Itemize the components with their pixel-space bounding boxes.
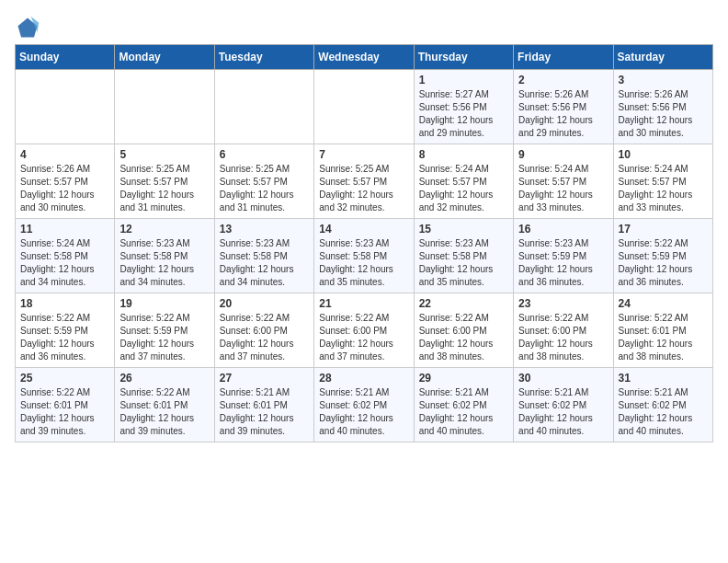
day-info: Sunrise: 5:27 AM Sunset: 5:56 PM Dayligh… [419, 88, 508, 140]
col-header-saturday: Saturday [613, 45, 712, 70]
day-number: 23 [518, 297, 608, 310]
col-header-wednesday: Wednesday [314, 45, 414, 70]
day-cell: 28Sunrise: 5:21 AM Sunset: 6:02 PM Dayli… [314, 368, 414, 442]
day-cell: 2Sunrise: 5:26 AM Sunset: 5:56 PM Daylig… [514, 70, 613, 144]
day-cell: 20Sunrise: 5:22 AM Sunset: 6:00 PM Dayli… [214, 293, 313, 368]
col-header-tuesday: Tuesday [214, 45, 313, 70]
calendar-table: SundayMondayTuesdayWednesdayThursdayFrid… [15, 44, 713, 442]
day-info: Sunrise: 5:25 AM Sunset: 5:57 PM Dayligh… [319, 163, 408, 214]
day-number: 31 [619, 372, 708, 385]
day-info: Sunrise: 5:23 AM Sunset: 5:59 PM Dayligh… [518, 237, 608, 289]
day-number: 4 [20, 148, 109, 161]
day-info: Sunrise: 5:25 AM Sunset: 5:57 PM Dayligh… [220, 163, 309, 214]
day-cell: 7Sunrise: 5:25 AM Sunset: 5:57 PM Daylig… [314, 144, 414, 219]
day-info: Sunrise: 5:21 AM Sunset: 6:02 PM Dayligh… [319, 386, 408, 438]
day-cell: 22Sunrise: 5:22 AM Sunset: 6:00 PM Dayli… [414, 293, 513, 368]
day-info: Sunrise: 5:24 AM Sunset: 5:58 PM Dayligh… [20, 237, 109, 289]
day-number: 17 [619, 223, 708, 236]
day-cell: 24Sunrise: 5:22 AM Sunset: 6:01 PM Dayli… [613, 293, 712, 368]
day-cell: 26Sunrise: 5:22 AM Sunset: 6:01 PM Dayli… [115, 368, 214, 442]
calendar-header-row: SundayMondayTuesdayWednesdayThursdayFrid… [16, 45, 713, 70]
day-info: Sunrise: 5:24 AM Sunset: 5:57 PM Dayligh… [518, 163, 608, 214]
day-info: Sunrise: 5:25 AM Sunset: 5:57 PM Dayligh… [119, 163, 209, 214]
logo-icon [15, 15, 40, 40]
day-info: Sunrise: 5:23 AM Sunset: 5:58 PM Dayligh… [119, 237, 209, 289]
day-number: 19 [119, 297, 209, 310]
day-cell [16, 70, 115, 144]
week-row-3: 11Sunrise: 5:24 AM Sunset: 5:58 PM Dayli… [16, 219, 713, 293]
day-cell: 29Sunrise: 5:21 AM Sunset: 6:02 PM Dayli… [414, 368, 513, 442]
day-number: 8 [419, 148, 508, 161]
day-cell: 18Sunrise: 5:22 AM Sunset: 5:59 PM Dayli… [16, 293, 115, 368]
day-cell [214, 70, 313, 144]
col-header-monday: Monday [115, 45, 214, 70]
day-cell: 3Sunrise: 5:26 AM Sunset: 5:56 PM Daylig… [613, 70, 712, 144]
day-info: Sunrise: 5:24 AM Sunset: 5:57 PM Dayligh… [619, 163, 708, 214]
day-info: Sunrise: 5:21 AM Sunset: 6:02 PM Dayligh… [419, 386, 508, 438]
day-cell: 13Sunrise: 5:23 AM Sunset: 5:58 PM Dayli… [214, 219, 313, 293]
day-cell: 21Sunrise: 5:22 AM Sunset: 6:00 PM Dayli… [314, 293, 414, 368]
day-info: Sunrise: 5:22 AM Sunset: 6:00 PM Dayligh… [220, 312, 309, 363]
day-number: 28 [319, 372, 408, 385]
day-number: 22 [419, 297, 508, 310]
day-number: 1 [419, 74, 508, 86]
day-number: 26 [119, 372, 209, 385]
day-info: Sunrise: 5:23 AM Sunset: 5:58 PM Dayligh… [319, 237, 408, 289]
day-number: 6 [220, 148, 309, 161]
day-info: Sunrise: 5:21 AM Sunset: 6:02 PM Dayligh… [619, 386, 708, 438]
day-info: Sunrise: 5:22 AM Sunset: 6:01 PM Dayligh… [20, 386, 109, 438]
day-info: Sunrise: 5:26 AM Sunset: 5:57 PM Dayligh… [20, 163, 109, 214]
day-info: Sunrise: 5:23 AM Sunset: 5:58 PM Dayligh… [220, 237, 309, 289]
day-number: 2 [518, 74, 608, 86]
day-cell: 27Sunrise: 5:21 AM Sunset: 6:01 PM Dayli… [214, 368, 313, 442]
day-number: 18 [20, 297, 109, 310]
week-row-1: 1Sunrise: 5:27 AM Sunset: 5:56 PM Daylig… [16, 70, 713, 144]
day-cell: 31Sunrise: 5:21 AM Sunset: 6:02 PM Dayli… [613, 368, 712, 442]
day-cell [314, 70, 414, 144]
day-number: 13 [220, 223, 309, 236]
day-number: 14 [319, 223, 408, 236]
day-info: Sunrise: 5:26 AM Sunset: 5:56 PM Dayligh… [619, 88, 708, 140]
week-row-5: 25Sunrise: 5:22 AM Sunset: 6:01 PM Dayli… [16, 368, 713, 442]
day-cell: 16Sunrise: 5:23 AM Sunset: 5:59 PM Dayli… [514, 219, 613, 293]
week-row-2: 4Sunrise: 5:26 AM Sunset: 5:57 PM Daylig… [16, 144, 713, 219]
day-info: Sunrise: 5:22 AM Sunset: 6:01 PM Dayligh… [619, 312, 708, 363]
day-info: Sunrise: 5:22 AM Sunset: 6:01 PM Dayligh… [119, 386, 209, 438]
day-info: Sunrise: 5:22 AM Sunset: 5:59 PM Dayligh… [119, 312, 209, 363]
day-number: 15 [419, 223, 508, 236]
day-cell: 8Sunrise: 5:24 AM Sunset: 5:57 PM Daylig… [414, 144, 513, 219]
day-cell: 9Sunrise: 5:24 AM Sunset: 5:57 PM Daylig… [514, 144, 613, 219]
day-info: Sunrise: 5:22 AM Sunset: 5:59 PM Dayligh… [20, 312, 109, 363]
day-number: 3 [619, 74, 708, 86]
day-cell: 6Sunrise: 5:25 AM Sunset: 5:57 PM Daylig… [214, 144, 313, 219]
day-cell: 23Sunrise: 5:22 AM Sunset: 6:00 PM Dayli… [514, 293, 613, 368]
day-cell: 10Sunrise: 5:24 AM Sunset: 5:57 PM Dayli… [613, 144, 712, 219]
day-cell: 12Sunrise: 5:23 AM Sunset: 5:58 PM Dayli… [115, 219, 214, 293]
day-cell: 14Sunrise: 5:23 AM Sunset: 5:58 PM Dayli… [314, 219, 414, 293]
day-number: 10 [619, 148, 708, 161]
day-cell: 11Sunrise: 5:24 AM Sunset: 5:58 PM Dayli… [16, 219, 115, 293]
day-info: Sunrise: 5:23 AM Sunset: 5:58 PM Dayligh… [419, 237, 508, 289]
day-cell: 17Sunrise: 5:22 AM Sunset: 5:59 PM Dayli… [613, 219, 712, 293]
day-cell: 30Sunrise: 5:21 AM Sunset: 6:02 PM Dayli… [514, 368, 613, 442]
day-number: 16 [518, 223, 608, 236]
day-cell: 1Sunrise: 5:27 AM Sunset: 5:56 PM Daylig… [414, 70, 513, 144]
day-number: 20 [220, 297, 309, 310]
day-info: Sunrise: 5:22 AM Sunset: 6:00 PM Dayligh… [319, 312, 408, 363]
day-cell [115, 70, 214, 144]
day-cell: 5Sunrise: 5:25 AM Sunset: 5:57 PM Daylig… [115, 144, 214, 219]
day-number: 7 [319, 148, 408, 161]
page-header [15, 15, 713, 40]
week-row-4: 18Sunrise: 5:22 AM Sunset: 5:59 PM Dayli… [16, 293, 713, 368]
day-number: 25 [20, 372, 109, 385]
day-info: Sunrise: 5:21 AM Sunset: 6:02 PM Dayligh… [518, 386, 608, 438]
day-info: Sunrise: 5:22 AM Sunset: 6:00 PM Dayligh… [518, 312, 608, 363]
day-number: 12 [119, 223, 209, 236]
day-cell: 19Sunrise: 5:22 AM Sunset: 5:59 PM Dayli… [115, 293, 214, 368]
day-number: 24 [619, 297, 708, 310]
day-number: 21 [319, 297, 408, 310]
day-cell: 4Sunrise: 5:26 AM Sunset: 5:57 PM Daylig… [16, 144, 115, 219]
day-number: 30 [518, 372, 608, 385]
day-number: 27 [220, 372, 309, 385]
col-header-friday: Friday [514, 45, 613, 70]
